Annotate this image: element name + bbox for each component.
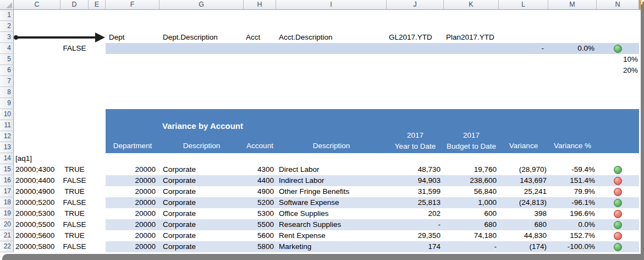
cell-ytd-row15[interactable]: 48,730 [387, 164, 441, 175]
cell-variance-pct-row22[interactable]: -100.0% [548, 241, 595, 252]
cell-budget-row21[interactable]: 74,180 [444, 230, 497, 241]
cell-acct-label[interactable]: Acct [246, 32, 260, 43]
cell-flag-row17[interactable]: TRUE [60, 186, 89, 197]
row-header-11[interactable]: 11 [0, 120, 14, 131]
cell-variance-row17[interactable]: 25,241 [499, 186, 547, 197]
header-department[interactable]: Department [106, 140, 159, 151]
row-header-18[interactable]: 18 [0, 197, 14, 208]
cell-dept-row17[interactable]: 20000 [106, 186, 156, 197]
row-header-21[interactable]: 21 [0, 230, 14, 241]
cell-ytd-row17[interactable]: 31,599 [387, 186, 441, 197]
cell-acct-row17[interactable]: 4900 [244, 186, 274, 197]
cell-acct-row22[interactable]: 5800 [244, 241, 274, 252]
cell-acct-desc-row18[interactable]: Software Expense [279, 197, 383, 208]
row-header-6[interactable]: 6 [0, 65, 14, 76]
cell-acct-row21[interactable]: 5600 [244, 230, 274, 241]
cell-dept-desc-row16[interactable]: Corporate [163, 175, 240, 186]
cell-budget-row17[interactable]: 56,840 [444, 186, 497, 197]
cell-control-variance[interactable]: - [499, 43, 544, 54]
cell-flag-row18[interactable]: FALSE [60, 197, 89, 208]
cell-variance-pct-row19[interactable]: 196.6% [548, 208, 595, 219]
cell-ytd-row20[interactable]: - [387, 219, 441, 230]
header-account[interactable]: Account [244, 140, 276, 151]
cell-acct-desc-row19[interactable]: Office Supplies [279, 208, 383, 219]
row-header-20[interactable]: 20 [0, 219, 14, 230]
cell-dept-desc-row22[interactable]: Corporate [163, 241, 240, 252]
row-header-14[interactable]: 14 [0, 153, 14, 164]
column-header-C[interactable]: C [14, 0, 60, 10]
cell-dept-description-label[interactable]: Dept.Description [163, 32, 218, 43]
cell-acct-desc-row15[interactable]: Direct Labor [279, 164, 383, 175]
cell-dept-desc-row20[interactable]: Corporate [163, 219, 240, 230]
cell-acct-row18[interactable]: 5200 [244, 197, 274, 208]
cell-gl2017-ytd-label[interactable]: GL2017.YTD [389, 32, 432, 43]
header-variance-pct[interactable]: Variance % [548, 140, 597, 151]
cell-flag-row21[interactable]: TRUE [60, 230, 89, 241]
cell-flag-row20[interactable]: FALSE [60, 219, 89, 230]
column-header-K[interactable]: K [444, 0, 499, 10]
cell-dept-row21[interactable]: 20000 [106, 230, 156, 241]
cell-variance-row16[interactable]: 143,697 [499, 175, 547, 186]
cell-dept-desc-row17[interactable]: Corporate [163, 186, 240, 197]
row-header-15[interactable]: 15 [0, 164, 14, 175]
column-header-J[interactable]: J [387, 0, 444, 10]
row-header-9[interactable]: 9 [0, 98, 14, 109]
column-header-F[interactable]: F [106, 0, 159, 10]
row-header-22[interactable]: 22 [0, 241, 14, 252]
header-budget-to-date[interactable]: 2017 Budget to Date [444, 130, 499, 152]
cell-dept-row15[interactable]: 20000 [106, 164, 156, 175]
cell-threshold-low[interactable]: 10% [597, 54, 638, 65]
cell-ytd-row16[interactable]: 94,903 [387, 175, 441, 186]
row-header-13[interactable]: 13 [0, 142, 14, 153]
cell-acct-description-label[interactable]: Acct.Description [279, 32, 333, 43]
cell-dept-row18[interactable]: 20000 [106, 197, 156, 208]
cell-ytd-row19[interactable]: 202 [387, 208, 441, 219]
cell-budget-row20[interactable]: 680 [444, 219, 497, 230]
row-header-8[interactable]: 8 [0, 87, 14, 98]
cell-query-label[interactable]: [aq1] [15, 153, 32, 164]
cell-acct-row15[interactable]: 4300 [244, 164, 274, 175]
row-header-19[interactable]: 19 [0, 208, 14, 219]
cell-dept-desc-row18[interactable]: Corporate [163, 197, 240, 208]
cell-acct-row19[interactable]: 5300 [244, 208, 274, 219]
column-header-D[interactable]: D [60, 0, 89, 10]
cell-variance-pct-row16[interactable]: 151.4% [548, 175, 595, 186]
column-header-H[interactable]: H [244, 0, 276, 10]
cell-variance-pct-row20[interactable]: 0.0% [548, 219, 595, 230]
row-header-16[interactable]: 16 [0, 175, 14, 186]
cell-acct-desc-row17[interactable]: Other Fringe Benefits [279, 186, 383, 197]
row-header-7[interactable]: 7 [0, 76, 14, 87]
row-header-10[interactable]: 10 [0, 109, 14, 120]
cell-control-variance-pct[interactable]: 0.0% [548, 43, 595, 54]
header-dept-description[interactable]: Description [159, 140, 244, 151]
cell-variance-row18[interactable]: (24,813) [499, 197, 547, 208]
cell-dept-desc-row21[interactable]: Corporate [163, 230, 240, 241]
header-acct-description[interactable]: Description [276, 140, 387, 151]
column-header-I[interactable]: I [276, 0, 387, 10]
cell-flag-row15[interactable]: TRUE [60, 164, 89, 175]
cell-budget-row18[interactable]: 1,000 [444, 197, 497, 208]
cell-acct-row20[interactable]: 5500 [244, 219, 274, 230]
cell-dept-label[interactable]: Dept [109, 32, 125, 43]
column-header-L[interactable]: L [499, 0, 548, 10]
cell-acct-row16[interactable]: 4400 [244, 175, 274, 186]
cell-flag-row19[interactable]: TRUE [60, 208, 89, 219]
cell-budget-row19[interactable]: 600 [444, 208, 497, 219]
cell-ytd-row18[interactable]: 25,813 [387, 197, 441, 208]
cell-dept-desc-row15[interactable]: Corporate [163, 164, 240, 175]
row-header-17[interactable]: 17 [0, 186, 14, 197]
cell-budget-row15[interactable]: 19,760 [444, 164, 497, 175]
column-header-G[interactable]: G [159, 0, 244, 10]
cell-flag-row16[interactable]: FALSE [60, 175, 89, 186]
cell-dept-desc-row19[interactable]: Corporate [163, 208, 240, 219]
select-all-corner[interactable] [0, 0, 14, 10]
cell-variance-pct-row17[interactable]: 79.9% [548, 186, 595, 197]
header-variance[interactable]: Variance [499, 140, 548, 151]
cell-acct-desc-row21[interactable]: Rent Expense [279, 230, 383, 241]
row-header-12[interactable]: 12 [0, 131, 14, 142]
row-header-5[interactable]: 5 [0, 54, 14, 65]
cell-budget-row22[interactable]: - [444, 241, 497, 252]
cell-variance-pct-row18[interactable]: -96.1% [548, 197, 595, 208]
cell-dept-row20[interactable]: 20000 [106, 219, 156, 230]
cell-flag-row22[interactable]: FALSE [60, 241, 89, 252]
